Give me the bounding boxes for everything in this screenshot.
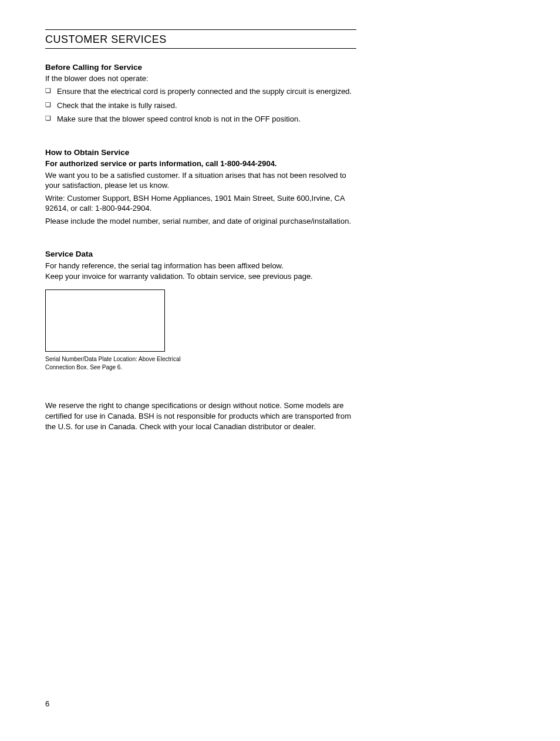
how-to-obtain-bold: For authorized service or parts informat…	[45, 159, 356, 168]
service-data-heading: Service Data	[45, 250, 356, 258]
before-calling-heading: Before Calling for Service	[45, 63, 356, 72]
body-text: For handy reference, the serial tag info…	[45, 261, 356, 271]
service-data-section: Service Data For handy reference, the se…	[45, 250, 356, 371]
list-item: Ensure that the electrical cord is prope…	[45, 86, 356, 97]
body-text: We want you to be a satisfied customer. …	[45, 170, 356, 191]
disclaimer-section: We reserve the right to change specifica…	[45, 400, 356, 432]
body-text: Keep your invoice for warranty validatio…	[45, 271, 356, 282]
body-text: Please include the model number, serial …	[45, 216, 356, 227]
serial-tag-box	[45, 289, 165, 352]
before-calling-section: Before Calling for Service If the blower…	[45, 63, 356, 124]
list-item: Make sure that the blower speed control …	[45, 114, 356, 124]
how-to-obtain-heading: How to Obtain Service	[45, 148, 356, 157]
serial-box-caption: Serial Number/Data Plate Location: Above…	[45, 355, 186, 371]
before-calling-lead: If the blower does not operate:	[45, 74, 356, 83]
before-calling-list: Ensure that the electrical cord is prope…	[45, 86, 356, 124]
disclaimer-text: We reserve the right to change specifica…	[45, 400, 356, 432]
body-text: Write: Customer Support, BSH Home Applia…	[45, 193, 356, 214]
how-to-obtain-section: How to Obtain Service For authorized ser…	[45, 148, 356, 227]
list-item: Check that the intake is fully raised.	[45, 100, 356, 111]
page-title: CUSTOMER SERVICES	[45, 29, 356, 49]
page-number: 6	[45, 699, 49, 708]
